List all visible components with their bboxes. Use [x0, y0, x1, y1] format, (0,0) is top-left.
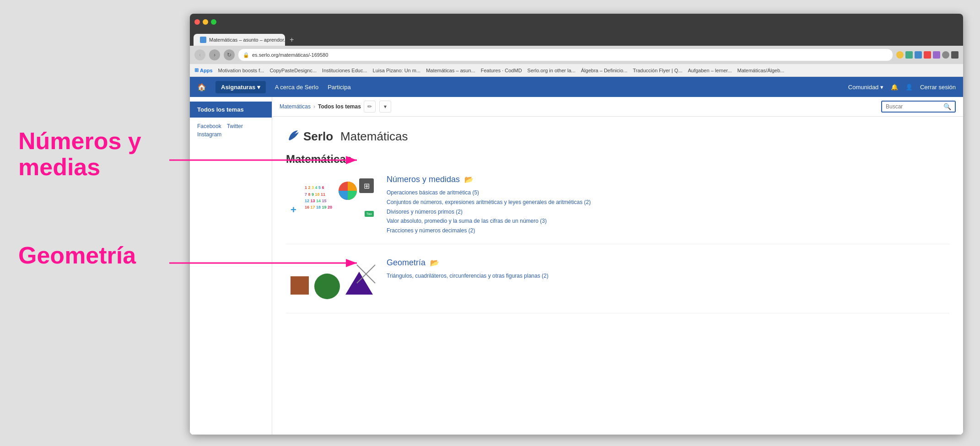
bookmark-10[interactable]: Aufgaben – lerner... [688, 68, 732, 73]
site-navbar: 🏠 Asignaturas ▾ A cerca de Serlo Partici… [190, 77, 963, 97]
bookmarks-apps[interactable]: ⊞ Apps [194, 67, 213, 73]
url-text: es.serlo.org/matemáticas/-169580 [252, 52, 328, 58]
topic-section-geometria: Geometría 📂 Triángulos, cuadriláteros, c… [286, 258, 949, 313]
breadcrumb-current: Todos los temas [318, 103, 361, 110]
cerrar-sesion-link[interactable]: Cerrar sesión [920, 84, 956, 91]
topic-link-numeros-0[interactable]: Operaciones básicas de aritmética (5) [387, 189, 949, 197]
window-maximize-btn[interactable] [211, 19, 216, 25]
forward-button[interactable]: › [209, 49, 220, 60]
window-minimize-btn[interactable] [203, 19, 208, 25]
topic-link-numeros-2[interactable]: Divisores y números primos (2) [387, 208, 949, 216]
topic-section-numeros: 1 2 3 4 5 6 7 8 9 10 11 12 13 14 15 16 1… [286, 175, 949, 244]
browser-tabs: Matemáticas – asunto – aprendor... ✕ + [190, 30, 963, 46]
breadcrumb-separator: › [313, 103, 315, 110]
active-tab[interactable]: Matemáticas – asunto – aprendor... ✕ [194, 34, 285, 46]
social-row-2: Instagram [197, 131, 264, 138]
breadcrumb-actions: ✏ ▾ [364, 101, 391, 113]
subject-title: Matemáticas [340, 129, 408, 144]
topic-image-numeros: 1 2 3 4 5 6 7 8 9 10 11 12 13 14 15 16 1… [286, 175, 377, 220]
notification-icon[interactable]: 🔔 [891, 84, 898, 91]
bookmark-11[interactable]: Matemáticas/Álgeb... [738, 68, 785, 73]
bookmark-2[interactable]: CopyPasteDesignc... [269, 68, 317, 73]
annotation-label-numeros: Números y medias [18, 128, 174, 180]
asignaturas-dropdown[interactable]: Asignaturas ▾ [215, 81, 266, 93]
calculator-icon: ⊞ [359, 178, 374, 193]
extension-icon-1[interactable] [905, 51, 913, 59]
bookmark-7[interactable]: Serlo.org in other la... [528, 68, 576, 73]
twitter-link[interactable]: Twitter [227, 123, 243, 129]
browser-toolbar-icons [896, 51, 958, 59]
browser-window: Matemáticas – asunto – aprendor... ✕ + ‹… [190, 14, 963, 435]
topic-info-numeros: Números y medidas 📂 Operaciones básicas … [387, 175, 949, 235]
topic-link-numeros-4[interactable]: Fracciones y números decimales (2) [387, 227, 949, 235]
content-area: Matemáticas › Todos los temas ✏ ▾ 🔍 [272, 97, 963, 435]
home-icon[interactable]: 🏠 [197, 83, 206, 91]
ssl-icon: 🔒 [243, 52, 249, 58]
breadcrumb: Matemáticas › Todos los temas ✏ ▾ [280, 101, 391, 113]
page-heading: Matemáticas [286, 153, 949, 166]
topic-link-numeros-3[interactable]: Valor absoluto, promedio y la suma de la… [387, 217, 949, 225]
comunidad-dropdown[interactable]: Comunidad ▾ [848, 84, 883, 91]
profile-icon[interactable] [942, 51, 949, 59]
url-bar[interactable]: 🔒 es.serlo.org/matemáticas/-169580 [238, 49, 893, 61]
tax-badge: Tax [365, 211, 374, 217]
participa-link[interactable]: Participa [328, 84, 351, 91]
address-bar: ‹ › ↻ 🔒 es.serlo.org/matemáticas/-169580 [190, 46, 963, 64]
arrow-geometria [169, 258, 361, 269]
plus-icon: + [291, 204, 296, 216]
topic-info-geometria: Geometría 📂 Triángulos, cuadriláteros, c… [387, 258, 949, 280]
instagram-link[interactable]: Instagram [197, 131, 221, 138]
edit-button[interactable]: ✏ [364, 101, 376, 113]
browser-titlebar [190, 14, 963, 30]
social-row-1: Facebook Twitter [197, 123, 264, 129]
nav-right: Comunidad ▾ 🔔 👤 Cerrar sesión [848, 84, 956, 91]
extension-icon-4[interactable] [933, 51, 940, 59]
star-icon[interactable] [896, 51, 904, 59]
topic-header-geometria: Geometría 📂 [387, 258, 949, 268]
tab-title: Matemáticas – asunto – aprendor... [209, 37, 285, 43]
sidebar-social: Facebook Twitter Instagram [190, 118, 272, 143]
bookmark-9[interactable]: Traducción Flyer | Q... [633, 68, 682, 73]
bookmark-5[interactable]: Matemáticas – asun... [426, 68, 475, 73]
annotation-label-geometria: Geometría [18, 242, 174, 269]
bookmark-4[interactable]: Luisa Pizano: Un m... [373, 68, 421, 73]
bookmark-3[interactable]: Instituciones Educ... [322, 68, 367, 73]
folder-icon-numeros: 📂 [464, 175, 474, 184]
search-bar: 🔍 [881, 101, 956, 113]
svg-rect-5 [291, 276, 309, 295]
bookmark-1[interactable]: Motivation boosts f... [218, 68, 264, 73]
topic-link-numeros-1[interactable]: Conjuntos de números, expresiones aritmé… [387, 199, 949, 206]
svg-point-6 [314, 274, 340, 299]
facebook-link[interactable]: Facebook [197, 123, 221, 129]
search-icon[interactable]: 🔍 [943, 103, 951, 110]
topic-header-numeros: Números y medidas 📂 [387, 175, 949, 184]
arrow-numeros [169, 156, 361, 167]
apps-icon: ⊞ [194, 67, 199, 73]
topic-title-geometria[interactable]: Geometría [387, 258, 425, 268]
topic-links-geometria: Triángulos, cuadriláteros, circunferenci… [387, 272, 949, 280]
menu-icon[interactable] [951, 51, 958, 59]
serlo-logo: Serlo [286, 128, 333, 145]
serlo-bird-icon [286, 128, 301, 145]
topic-link-geometria-0[interactable]: Triángulos, cuadriláteros, circunferenci… [387, 272, 949, 280]
acerca-link[interactable]: A cerca de Serlo [275, 84, 318, 91]
svg-marker-7 [345, 272, 373, 295]
new-tab-btn[interactable]: + [285, 34, 298, 46]
bookmark-6[interactable]: Features · CodMD [481, 68, 522, 73]
back-button[interactable]: ‹ [194, 49, 205, 60]
bookmarks-bar: ⊞ Apps Motivation boosts f... CopyPasteD… [190, 64, 963, 77]
dropdown-button[interactable]: ▾ [379, 101, 391, 113]
page-content: 🏠 Asignaturas ▾ A cerca de Serlo Partici… [190, 77, 963, 435]
tab-favicon [200, 37, 206, 43]
sidebar-todos-item[interactable]: Todos los temas [190, 102, 272, 118]
reload-button[interactable]: ↻ [224, 49, 235, 60]
extension-icon-3[interactable] [924, 51, 931, 59]
bookmark-8[interactable]: Álgebra – Definicio... [581, 68, 628, 73]
logo-area: Serlo Matemáticas [272, 117, 963, 153]
window-close-btn[interactable] [194, 19, 200, 25]
search-input[interactable] [886, 103, 941, 110]
topic-title-numeros[interactable]: Números y medidas [387, 175, 460, 184]
user-icon[interactable]: 👤 [905, 84, 913, 91]
breadcrumb-parent[interactable]: Matemáticas [280, 103, 311, 110]
extension-icon-2[interactable] [915, 51, 922, 59]
